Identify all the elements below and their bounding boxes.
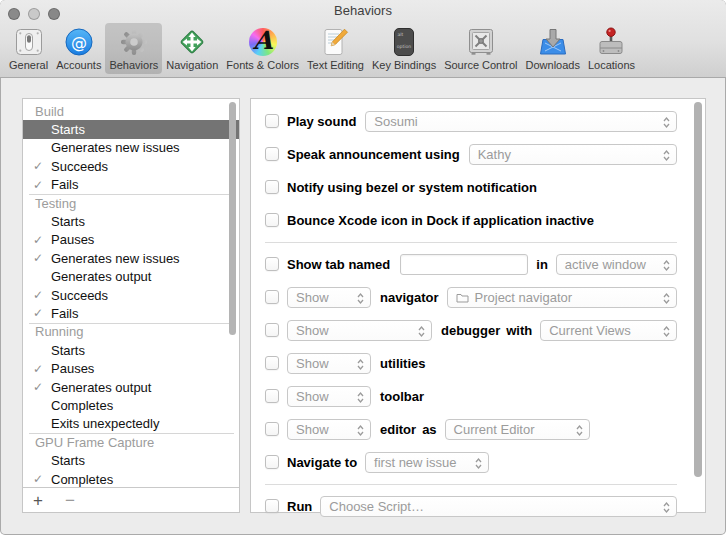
sidebar-behavior-item[interactable]: ✓Succeeds — [23, 157, 239, 175]
navigate-to-checkbox[interactable] — [265, 455, 279, 469]
behavior-actions-panel: Play sound Sosumi Speak announcement usi… — [250, 98, 706, 513]
debugger-show-select[interactable]: Show — [287, 320, 432, 341]
speak-voice-select[interactable]: Kathy — [469, 144, 677, 165]
tab-locations[interactable]: Locations — [584, 23, 639, 74]
show-tab-checkbox[interactable] — [265, 257, 279, 271]
sidebar-scrollbar[interactable] — [229, 102, 236, 335]
sidebar-behavior-item[interactable]: ✓Fails — [23, 304, 239, 322]
stepper-icon — [662, 292, 671, 305]
debugger-checkbox[interactable] — [265, 323, 279, 337]
editor-show-select[interactable]: Show — [287, 419, 371, 440]
editor-checkbox[interactable] — [265, 422, 279, 436]
tab-downloads[interactable]: Downloads — [522, 23, 584, 74]
play-sound-checkbox[interactable] — [265, 114, 279, 128]
tab-general[interactable]: General — [5, 23, 52, 74]
sidebar-behavior-item[interactable]: Generates new issues — [23, 139, 239, 157]
titlebar[interactable]: Behaviors — [0, 0, 726, 21]
checkmark-icon: ✓ — [33, 472, 51, 486]
navigator-checkbox[interactable] — [265, 290, 279, 304]
sidebar-behavior-item[interactable]: ✓Completes — [23, 470, 239, 487]
utilities-show-select[interactable]: Show — [287, 353, 371, 374]
with-label: with — [506, 323, 532, 338]
sidebar-section-header: Build — [23, 102, 239, 120]
sidebar-behavior-item[interactable]: Starts — [23, 451, 239, 469]
utilities-checkbox[interactable] — [265, 356, 279, 370]
checkmark-icon: ✓ — [33, 251, 51, 265]
tab-navigation[interactable]: Navigation — [162, 23, 222, 74]
play-sound-row: Play sound Sosumi — [265, 110, 677, 132]
show-tab-row: Show tab named in active window — [265, 253, 677, 275]
tab-label: Accounts — [56, 59, 101, 71]
tab-behaviors[interactable]: Behaviors — [105, 23, 162, 74]
add-behavior-button[interactable]: + — [33, 492, 43, 509]
tab-fonts-colors[interactable]: A Fonts & Colors — [222, 23, 303, 74]
run-script-checkbox[interactable] — [265, 499, 279, 513]
preferences-toolbar: General @ Accounts — [0, 21, 726, 74]
sidebar-behavior-item[interactable]: ✓Generates new issues — [23, 249, 239, 267]
navigator-show-select[interactable]: Show — [287, 287, 371, 308]
show-tab-label: Show tab named — [287, 257, 390, 272]
utilities-row: Show utilities — [265, 352, 677, 374]
sidebar-behavior-item[interactable]: Starts — [23, 341, 239, 359]
sidebar-behavior-item[interactable]: Completes — [23, 396, 239, 414]
checkmark-icon: ✓ — [33, 362, 51, 376]
stepper-icon — [356, 292, 365, 305]
editor-mode-select[interactable]: Current Editor — [445, 419, 590, 440]
sidebar-behavior-item[interactable]: Starts — [23, 212, 239, 230]
zoom-button[interactable] — [48, 8, 60, 20]
toolbar-label: toolbar — [380, 389, 424, 404]
sidebar-behavior-item[interactable]: Generates output — [23, 268, 239, 286]
checkmark-icon: ✓ — [33, 178, 51, 192]
tab-key-bindings[interactable]: alt option Key Bindings — [368, 23, 440, 74]
debugger-label: debugger — [441, 323, 500, 338]
sidebar-behavior-item[interactable]: ✓Fails — [23, 176, 239, 194]
tab-label: Navigation — [166, 59, 218, 71]
at-circle-icon: @ — [64, 25, 94, 59]
sidebar-section-header: Testing — [23, 194, 239, 212]
sidebar-item-label: Generates output — [51, 269, 151, 284]
notify-checkbox[interactable] — [265, 180, 279, 194]
sidebar-behavior-item[interactable]: Starts — [23, 120, 239, 138]
sidebar-item-label: Exits unexpectedly — [51, 416, 159, 431]
bounce-dock-label: Bounce Xcode icon in Dock if application… — [287, 213, 594, 228]
run-script-select[interactable]: Choose Script… — [320, 496, 677, 517]
debugger-view-select[interactable]: Current Views — [540, 320, 677, 341]
sidebar-footer: + − — [23, 487, 239, 512]
tab-window-select[interactable]: active window — [556, 254, 677, 275]
close-button[interactable] — [8, 8, 20, 20]
toolbar-show-select[interactable]: Show — [287, 386, 371, 407]
safe-icon — [466, 25, 496, 59]
sidebar-behavior-item[interactable]: ✓Generates output — [23, 378, 239, 396]
speak-announcement-checkbox[interactable] — [265, 147, 279, 161]
utilities-label: utilities — [380, 356, 426, 371]
debugger-row: Show debugger with Current Views — [265, 319, 677, 341]
navigator-type-select[interactable]: Project navigator — [447, 287, 677, 308]
bounce-dock-checkbox[interactable] — [265, 213, 279, 227]
tab-name-field[interactable] — [400, 254, 528, 275]
option-key-icon: alt option — [389, 25, 419, 59]
bounce-dock-row: Bounce Xcode icon in Dock if application… — [265, 209, 677, 231]
sidebar-item-label: Build — [35, 104, 64, 119]
editor-label: editor — [380, 422, 416, 437]
checkmark-icon: ✓ — [33, 159, 51, 173]
play-sound-select[interactable]: Sosumi — [365, 111, 677, 132]
sidebar-behavior-item[interactable]: ✓Pauses — [23, 359, 239, 377]
navigate-to-select[interactable]: first new issue — [365, 452, 489, 473]
checkmark-icon: ✓ — [33, 233, 51, 247]
tab-accounts[interactable]: @ Accounts — [52, 23, 105, 74]
sidebar-behavior-item[interactable]: ✓Pauses — [23, 231, 239, 249]
stepper-icon — [662, 501, 671, 514]
remove-behavior-button[interactable]: − — [65, 492, 75, 509]
minimize-button[interactable] — [28, 8, 40, 20]
tab-text-editing[interactable]: Text Editing — [303, 23, 368, 74]
tab-source-control[interactable]: Source Control — [440, 23, 521, 74]
speak-announcement-row: Speak announcement using Kathy — [265, 143, 677, 165]
play-sound-label: Play sound — [287, 114, 356, 129]
main-scrollbar[interactable] — [694, 102, 702, 477]
sidebar-item-label: Fails — [51, 177, 78, 192]
sidebar-behavior-item[interactable]: Exits unexpectedly — [23, 415, 239, 433]
toolbar-checkbox[interactable] — [265, 389, 279, 403]
run-label: Run — [287, 499, 312, 514]
sidebar-behavior-item[interactable]: ✓Succeeds — [23, 286, 239, 304]
gear-icon — [119, 25, 149, 59]
